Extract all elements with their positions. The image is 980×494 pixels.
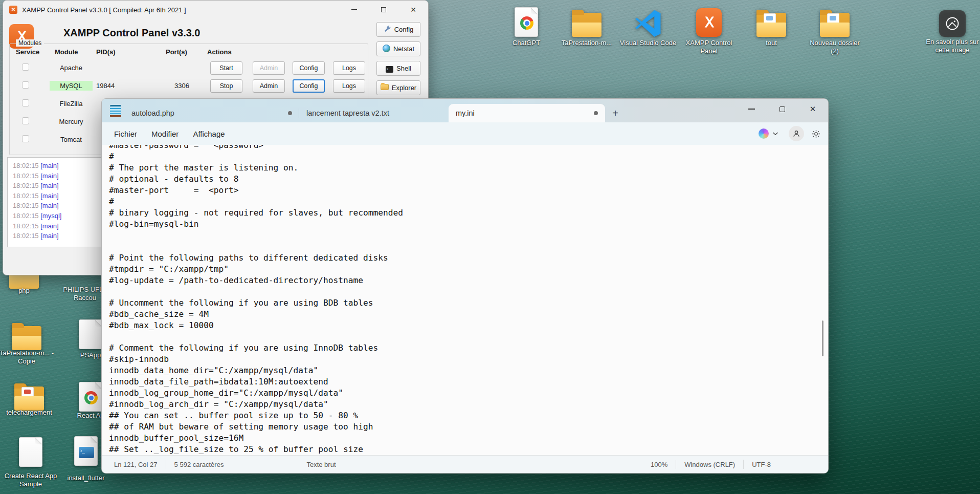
tab-lancement-tapresta-v2-txt[interactable]: lancement tapresta v2.txt [299,104,449,122]
notepad-window: autoload.phplancement tapresta v2.txtmy.… [101,98,829,474]
folder-glyph [14,386,44,411]
wrench-icon [384,25,391,34]
folder-glyph [572,13,602,37]
desktop-icon-create-react-app-sample[interactable]: Create React App Sample [2,434,59,467]
column-header-service: Service [16,48,39,56]
desktop-icon-label: install_flutter [57,474,115,482]
module-name: Mercury [50,117,93,126]
notepad-close-button[interactable]: ✕ [797,99,828,119]
status-mode: Texte brut [298,461,344,468]
menu-modifier[interactable]: Modifier [144,126,186,141]
desktop-icon-label: telechargement [1,409,58,417]
service-checkbox[interactable] [22,81,29,89]
tab-my-ini[interactable]: my.ini [449,104,605,122]
notepad-app-icon [110,105,121,117]
notepad-maximize-button[interactable] [767,99,797,119]
desktop-icon-telechargement[interactable]: telechargement [1,378,58,411]
chrome-shortcut-icon [498,4,555,37]
desktop-icon-xampp-control-panel[interactable]: ꓫXAMPP Control Panel [680,4,738,37]
desktop-icon-nouveau-dossier-2-[interactable]: Nouveau dossier (2) [806,4,863,37]
status-zoom: 100% [642,461,676,468]
column-header-actions: Actions [207,48,232,56]
document-icon [2,434,59,467]
desktop-icon-visual-studio-code[interactable]: Visual Studio Code [619,4,677,37]
editor-content: #master-password = <password> # # The po… [102,145,828,455]
status-encoding: UTF-8 [744,461,779,468]
tab-label: lancement tapresta v2.txt [306,109,389,117]
side-button-label: Explorer [392,84,416,92]
blank-page [19,437,42,467]
mysql-stop-button[interactable]: Stop [210,79,242,93]
page-fold [35,438,42,444]
chrome-logo-icon [520,16,533,30]
folder-doc-icon [806,4,863,37]
terminal-icon: › [386,65,393,73]
module-name: MySQL [50,81,93,91]
service-checkbox[interactable] [22,135,29,142]
shortcut-page [79,382,102,412]
desktop: ChatGPTTaPrestation-m...Visual Studio Co… [0,0,980,494]
copilot-button[interactable] [755,126,782,141]
notepad-statusbar: Ln 121, Col 27 5 592 caractères Texte br… [102,455,828,473]
log-tag: [main] [39,222,59,230]
desktop-icon-chatgpt[interactable]: ChatGPT [498,4,555,37]
folder-icon [0,317,55,350]
log-time: 18:02:15 [13,212,39,220]
xampp-app-title: XAMPP Control Panel v3.3.0 [63,27,201,39]
powershell-glyph [79,447,94,458]
desktop-icon-taprestation-m-copie[interactable]: TaPrestation-m... - Copie [0,317,55,350]
new-tab-button[interactable]: + [605,104,626,122]
log-tag: [main] [39,162,59,169]
mysql-admin-button[interactable]: Admin [253,79,285,93]
module-name: Apache [50,63,93,73]
notepad-minimize-button[interactable] [736,99,767,119]
xampp-close-button[interactable]: ✕ [398,1,428,19]
xampp-maximize-button[interactable] [369,1,398,19]
service-checkbox[interactable] [22,99,29,106]
xampp-config-button[interactable]: Config [376,22,420,37]
column-header-port: Port(s) [166,48,187,56]
spotlight-learn-more[interactable]: En savoir plus sur cette image [924,4,980,37]
globe-icon [383,45,390,54]
account-button[interactable] [789,126,804,141]
desktop-icon-label: php [0,287,53,295]
editor-text-area[interactable]: #master-password = <password> # # The po… [102,145,828,455]
desktop-icon-taprestation-m-[interactable]: TaPrestation-m... [558,4,615,37]
xampp-titlebar: ✕ XAMPP Control Panel v3.3.0 [ Compiled:… [3,1,428,19]
log-time: 18:02:15 [13,202,39,209]
folder-small-icon [381,84,389,92]
gear-icon [811,129,821,139]
log-time: 18:02:15 [13,182,39,189]
service-checkbox[interactable] [22,117,29,124]
column-header-pid: PID(s) [96,48,116,56]
apache-admin-button: Admin [253,61,285,75]
script-page [74,436,98,466]
service-checkbox[interactable] [22,63,29,71]
apache-config-button[interactable]: Config [293,61,325,75]
desktop-icon-label: Create React App Sample [2,472,59,488]
xampp-netstat-button[interactable]: Netstat [376,41,420,56]
folder-glyph [756,13,786,37]
mysql-logs-button[interactable]: Logs [333,79,365,93]
xampp-explorer-button[interactable]: Explorer [376,80,420,95]
person-icon [792,130,800,138]
apache-start-button[interactable]: Start [210,61,242,75]
settings-button[interactable] [811,129,821,139]
xampp-titlebar-icon: ✕ [9,6,17,14]
tab-autoload-php[interactable]: autoload.php [124,104,299,122]
module-row-apache: ApacheStartAdminConfigLogs [10,59,368,77]
folder-glyph [820,13,850,37]
mysql-config-button[interactable]: Config [293,79,325,93]
editor-scrollbar-thumb[interactable] [822,320,823,356]
menu-fichier[interactable]: Fichier [107,126,144,141]
xampp-shell-button[interactable]: ›Shell [376,61,420,76]
desktop-icon-label: TaPrestation-m... - Copie [0,349,55,366]
desktop-icon-tout[interactable]: tout [743,4,800,37]
log-time: 18:02:15 [13,162,39,169]
menu-affichage[interactable]: Affichage [186,126,232,141]
xampp-logo-glyph: ꓫ [696,8,722,37]
xampp-minimize-button[interactable] [339,1,369,19]
apache-logs-button[interactable]: Logs [333,61,365,75]
side-button-label: Config [394,26,414,33]
log-tag: [main] [39,182,59,189]
